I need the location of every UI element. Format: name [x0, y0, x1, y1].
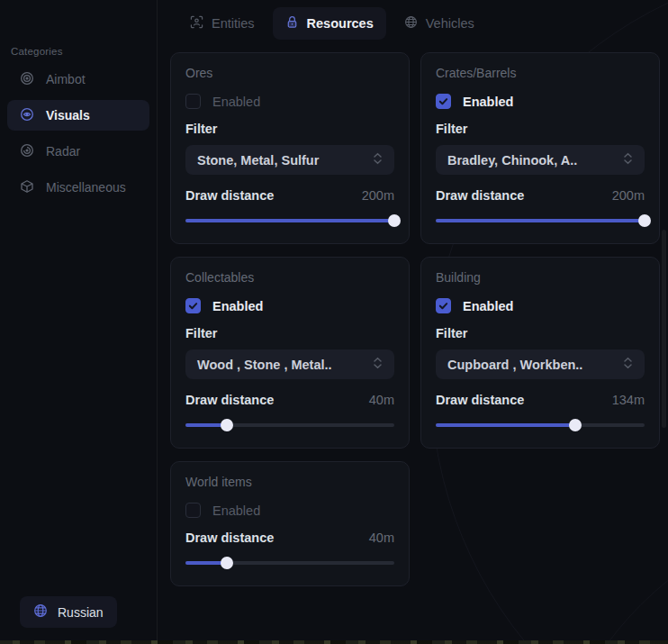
card-building: Building Enabled Filter Cupboard , Workb… — [420, 257, 660, 449]
draw-distance-slider[interactable] — [436, 214, 645, 227]
draw-distance-label: Draw distance — [185, 531, 274, 545]
enabled-label: Enabled — [463, 95, 513, 109]
draw-distance-value: 200m — [612, 188, 645, 203]
filter-select[interactable]: Cupboard , Workben.. — [436, 349, 645, 379]
card-title: World items — [185, 475, 394, 489]
tab-label: Resources — [307, 16, 374, 31]
globe-icon — [33, 603, 48, 621]
slider-fill — [185, 219, 394, 222]
card-title: Crates/Barrels — [436, 66, 645, 80]
language-button[interactable]: Russian — [20, 596, 117, 628]
eye-icon — [20, 107, 34, 124]
draw-distance-slider[interactable] — [185, 214, 394, 227]
radar-icon — [20, 143, 34, 160]
chevron-updown-icon — [623, 152, 633, 168]
categories-label: Categories — [11, 46, 63, 57]
filter-label: Filter — [436, 122, 645, 136]
sidebar-item-label: Visuals — [46, 108, 90, 122]
checkbox-icon[interactable] — [436, 298, 451, 313]
draw-distance-value: 134m — [612, 393, 645, 407]
tab-label: Vehicles — [426, 16, 474, 31]
chevron-updown-icon — [373, 357, 383, 373]
draw-distance-label: Draw distance — [436, 393, 524, 407]
tab-label: Entities — [212, 16, 255, 31]
slider-fill — [436, 219, 645, 222]
draw-distance-slider[interactable] — [185, 557, 394, 569]
checkbox-icon[interactable] — [185, 298, 201, 313]
draw-distance-value: 200m — [362, 188, 394, 203]
card-title: Collectables — [185, 270, 394, 285]
card-collectables: Collectables Enabled Filter Wood , Stone… — [170, 257, 410, 449]
slider-thumb[interactable] — [221, 419, 233, 431]
tab-entities[interactable]: Entities — [177, 7, 267, 40]
checkbox-icon[interactable] — [436, 94, 451, 109]
filter-label: Filter — [185, 326, 394, 340]
draw-distance-label: Draw distance — [185, 393, 274, 407]
tab-bar: Entities Resources Vehicles — [177, 7, 487, 40]
sidebar-item-label: Aimbot — [46, 72, 86, 86]
card-title: Ores — [185, 66, 394, 80]
chevron-updown-icon — [373, 152, 383, 168]
filter-select-value: Bradley, Chinook, A.. — [447, 153, 577, 168]
sidebar-item-label: Miscellaneous — [46, 180, 126, 195]
slider-fill — [436, 423, 575, 427]
enabled-label: Enabled — [463, 299, 513, 313]
resource-lock-icon — [285, 15, 299, 32]
crosshair-icon — [20, 71, 34, 88]
filter-select-value: Stone, Metal, Sulfur — [197, 153, 319, 168]
cube-icon — [20, 179, 34, 196]
card-world-items: World items Enabled Draw distance 40m — [170, 461, 410, 586]
scrollbar-thumb[interactable] — [662, 230, 666, 428]
filter-label: Filter — [436, 326, 645, 340]
filter-select-value: Cupboard , Workben.. — [447, 358, 582, 372]
sidebar-item-aimbot[interactable]: Aimbot — [7, 64, 149, 95]
person-scan-icon — [190, 15, 203, 32]
filter-select[interactable]: Bradley, Chinook, A.. — [436, 145, 645, 175]
language-button-label: Russian — [58, 605, 104, 620]
draw-distance-label: Draw distance — [185, 188, 274, 203]
checkbox-icon[interactable] — [185, 94, 201, 109]
enabled-label: Enabled — [212, 503, 260, 518]
sidebar-item-label: Radar — [46, 144, 80, 159]
draw-distance-slider[interactable] — [185, 419, 394, 431]
enabled-label: Enabled — [212, 299, 263, 313]
globe-icon — [404, 15, 418, 32]
draw-distance-label: Draw distance — [436, 188, 524, 203]
draw-distance-value: 40m — [369, 531, 394, 545]
enabled-checkbox-row[interactable]: Enabled — [185, 298, 394, 313]
game-background-strip — [0, 640, 668, 644]
sidebar-item-radar[interactable]: Radar — [7, 136, 149, 167]
enabled-label: Enabled — [212, 95, 260, 109]
tab-resources[interactable]: Resources — [273, 7, 386, 40]
enabled-checkbox-row[interactable]: Enabled — [436, 94, 645, 109]
card-ores: Ores Enabled Filter Stone, Metal, Sulfur… — [170, 52, 410, 244]
card-title: Building — [436, 270, 645, 285]
checkbox-icon[interactable] — [185, 503, 201, 518]
enabled-checkbox-row[interactable]: Enabled — [436, 298, 645, 313]
slider-thumb[interactable] — [388, 214, 401, 227]
slider-thumb[interactable] — [638, 214, 651, 227]
sidebar: Categories Aimbot Visuals — [0, 0, 158, 644]
slider-thumb[interactable] — [569, 419, 582, 431]
filter-select-value: Wood , Stone , Metal.. — [197, 358, 332, 372]
settings-grid: Ores Enabled Filter Stone, Metal, Sulfur… — [170, 52, 660, 586]
tab-vehicles[interactable]: Vehicles — [392, 7, 487, 40]
filter-select[interactable]: Stone, Metal, Sulfur — [185, 145, 394, 175]
enabled-checkbox-row[interactable]: Enabled — [185, 503, 394, 518]
filter-select[interactable]: Wood , Stone , Metal.. — [185, 349, 394, 379]
slider-thumb[interactable] — [221, 557, 233, 569]
chevron-updown-icon — [623, 357, 633, 373]
card-crates-barrels: Crates/Barrels Enabled Filter Bradley, C… — [420, 52, 660, 244]
sidebar-item-visuals[interactable]: Visuals — [7, 100, 149, 131]
draw-distance-value: 40m — [369, 393, 394, 407]
sidebar-items: Aimbot Visuals Radar — [7, 64, 149, 203]
filter-label: Filter — [185, 122, 394, 136]
enabled-checkbox-row[interactable]: Enabled — [185, 94, 394, 109]
sidebar-item-miscellaneous[interactable]: Miscellaneous — [7, 172, 149, 203]
draw-distance-slider[interactable] — [436, 419, 645, 431]
